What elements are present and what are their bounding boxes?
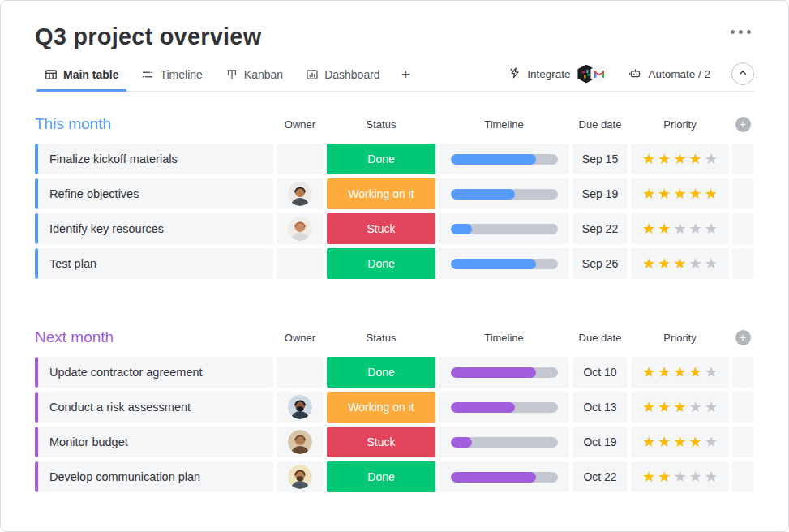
tab-kanban[interactable]: Kanban: [216, 66, 293, 91]
star-icon[interactable]: ★: [705, 365, 718, 380]
status-label[interactable]: Stuck: [327, 427, 435, 457]
star-icon[interactable]: ★: [673, 400, 686, 414]
star-icon[interactable]: ★: [689, 400, 702, 414]
status-label[interactable]: Done: [327, 357, 435, 388]
status-label[interactable]: Done: [327, 461, 435, 492]
task-name-cell[interactable]: Monitor budget: [35, 427, 273, 457]
star-icon[interactable]: ★: [689, 187, 702, 201]
star-icon[interactable]: ★: [705, 221, 718, 236]
column-header[interactable]: Timeline: [439, 118, 569, 131]
empty-cell[interactable]: [732, 144, 753, 174]
priority-stars[interactable]: ★★★★★: [631, 392, 729, 423]
star-icon[interactable]: ★: [689, 152, 702, 166]
priority-stars[interactable]: ★★★★★: [631, 427, 729, 457]
empty-cell[interactable]: [732, 248, 753, 279]
add-column-button[interactable]: +: [735, 117, 751, 132]
column-header[interactable]: Timeline: [439, 332, 569, 344]
due-date[interactable]: Oct 10: [572, 357, 628, 388]
empty-cell[interactable]: [732, 427, 753, 457]
star-icon[interactable]: ★: [642, 152, 655, 166]
owner-cell[interactable]: [277, 178, 324, 209]
star-icon[interactable]: ★: [673, 256, 686, 271]
owner-cell[interactable]: [277, 461, 324, 492]
owner-cell[interactable]: [277, 357, 324, 388]
collapse-header-button[interactable]: [731, 62, 754, 85]
due-date[interactable]: Oct 13: [572, 392, 628, 423]
star-icon[interactable]: ★: [705, 435, 718, 449]
star-icon[interactable]: ★: [689, 470, 702, 484]
tab-timeline[interactable]: Timeline: [131, 66, 212, 91]
star-icon[interactable]: ★: [658, 256, 671, 271]
star-icon[interactable]: ★: [673, 152, 686, 166]
star-icon[interactable]: ★: [642, 221, 655, 236]
star-icon[interactable]: ★: [673, 435, 686, 449]
star-icon[interactable]: ★: [705, 400, 718, 414]
add-column-button[interactable]: +: [735, 330, 751, 345]
empty-cell[interactable]: [732, 178, 753, 209]
star-icon[interactable]: ★: [673, 470, 686, 484]
status-label[interactable]: Stuck: [327, 213, 435, 244]
add-view-button[interactable]: +: [393, 66, 418, 91]
priority-stars[interactable]: ★★★★★: [631, 178, 729, 209]
timeline-cell[interactable]: [439, 427, 569, 457]
due-date[interactable]: Oct 22: [572, 461, 628, 492]
task-name-cell[interactable]: Refine objectives: [35, 178, 273, 209]
automate-button[interactable]: Automate / 2: [628, 66, 710, 82]
column-header[interactable]: Owner: [277, 332, 324, 344]
task-name-cell[interactable]: Test plan: [35, 248, 273, 279]
star-icon[interactable]: ★: [689, 256, 702, 271]
empty-cell[interactable]: [732, 392, 753, 423]
star-icon[interactable]: ★: [658, 221, 671, 236]
column-header[interactable]: Owner: [277, 118, 324, 131]
timeline-cell[interactable]: [439, 178, 569, 209]
priority-stars[interactable]: ★★★★★: [631, 357, 729, 388]
group-title[interactable]: Next month: [35, 328, 273, 346]
column-header[interactable]: Due date: [572, 118, 628, 131]
column-header[interactable]: Priority: [631, 332, 729, 344]
empty-cell[interactable]: [732, 357, 753, 388]
empty-cell[interactable]: [732, 213, 753, 244]
status-label[interactable]: Done: [327, 248, 435, 279]
owner-cell[interactable]: [277, 248, 324, 279]
star-icon[interactable]: ★: [642, 187, 655, 201]
column-header[interactable]: Due date: [572, 332, 628, 344]
timeline-cell[interactable]: [439, 213, 569, 244]
star-icon[interactable]: ★: [673, 221, 686, 236]
task-name-cell[interactable]: Identify key resources: [35, 213, 273, 244]
priority-stars[interactable]: ★★★★★: [631, 461, 729, 492]
star-icon[interactable]: ★: [642, 435, 655, 449]
star-icon[interactable]: ★: [658, 152, 671, 166]
column-header[interactable]: Status: [327, 118, 435, 131]
star-icon[interactable]: ★: [673, 365, 686, 380]
column-header[interactable]: Priority: [631, 118, 729, 131]
due-date[interactable]: Oct 19: [572, 427, 628, 457]
timeline-cell[interactable]: [439, 392, 569, 423]
owner-cell[interactable]: [277, 213, 324, 244]
star-icon[interactable]: ★: [658, 187, 671, 201]
integrate-button[interactable]: Integrate: [508, 65, 607, 84]
due-date[interactable]: Sep 26: [572, 248, 628, 279]
task-name-cell[interactable]: Develop communication plan: [35, 461, 273, 492]
status-label[interactable]: Done: [327, 144, 435, 174]
star-icon[interactable]: ★: [705, 152, 718, 166]
status-label[interactable]: Working on it: [327, 392, 435, 423]
owner-cell[interactable]: [277, 392, 324, 423]
priority-stars[interactable]: ★★★★★: [631, 144, 729, 174]
owner-cell[interactable]: [277, 427, 324, 457]
due-date[interactable]: Sep 22: [572, 213, 628, 244]
star-icon[interactable]: ★: [658, 435, 671, 449]
star-icon[interactable]: ★: [658, 400, 671, 414]
timeline-cell[interactable]: [439, 144, 569, 174]
star-icon[interactable]: ★: [642, 365, 655, 380]
timeline-cell[interactable]: [439, 248, 569, 279]
column-header[interactable]: Status: [327, 332, 435, 344]
due-date[interactable]: Sep 15: [572, 144, 628, 174]
star-icon[interactable]: ★: [705, 470, 718, 484]
owner-cell[interactable]: [277, 144, 324, 174]
task-name-cell[interactable]: Conduct a risk assessment: [35, 392, 273, 423]
priority-stars[interactable]: ★★★★★: [631, 248, 729, 279]
star-icon[interactable]: ★: [689, 221, 702, 236]
task-name-cell[interactable]: Update contractor agreement: [35, 357, 273, 388]
star-icon[interactable]: ★: [673, 187, 686, 201]
star-icon[interactable]: ★: [689, 365, 702, 380]
